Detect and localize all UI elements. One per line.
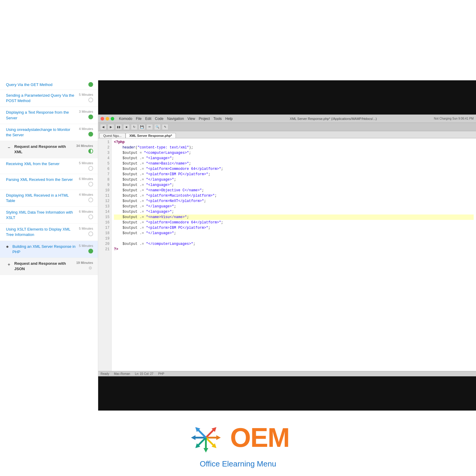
sidebar-item-building-xml[interactable]: ● Building an XML Server Response in PHP…	[0, 241, 98, 258]
maximize-button[interactable]	[111, 117, 114, 120]
sidebar-item-right: 6 Minutes	[79, 177, 93, 187]
toolbar-btn-8[interactable]: 🔍	[154, 124, 161, 130]
logo-container: OEM Office Elearning Menu	[187, 418, 289, 469]
toolbar-btn-1[interactable]: ◀	[100, 124, 107, 130]
toggle-plus-icon[interactable]: +	[6, 262, 12, 267]
code-line-4: $output .= "<language>";	[114, 156, 474, 161]
sidebar-item-right: 5 Minutes	[79, 161, 93, 171]
brand-text-container: OEM	[230, 424, 289, 451]
line-num-10: 10	[98, 188, 111, 193]
sidebar-item-sending-post[interactable]: Sending a Parameterized Query Via the PO…	[0, 90, 98, 107]
toolbar-btn-2[interactable]: ▶	[108, 124, 114, 130]
status-icon-green	[88, 115, 93, 119]
line-num-11: 11	[98, 193, 111, 198]
sidebar-item-label: Displaying XML Received in a HTML Table	[6, 193, 76, 203]
status-icon-empty	[88, 98, 93, 102]
sidebar-item-left: Receiving XML from the Server	[6, 161, 76, 167]
sidebar-item-label: Receiving XML from the Server	[6, 161, 76, 167]
sidebar-item-label: Using onreadystatechange to Monitor the …	[6, 127, 76, 138]
toolbar-btn-3[interactable]: ▮▮	[115, 124, 122, 130]
titlebar: Komodo File Edit Code Navigation View Pr…	[98, 115, 476, 123]
tab-bar: Quest Ngu... XML Server Response.php*	[98, 131, 476, 138]
sidebar-item-label: Sending a Parameterized Query Via the PO…	[6, 93, 76, 104]
code-line-6: $output .= "<platform>Commodore 64</plat…	[114, 166, 474, 172]
sidebar-item-displaying-xml-table[interactable]: Displaying XML Received in a HTML Table …	[0, 190, 98, 207]
sidebar-item-label: Displaying a Text Response from the Serv…	[6, 110, 76, 120]
code-line-14: $output .= "<language>";	[114, 209, 474, 214]
brand-subtitle: Office Elearning Menu	[200, 459, 276, 469]
line-num-15: 15	[98, 214, 111, 220]
code-line-3: $output = "<computerLanguages>";	[114, 150, 474, 156]
status-icon-green	[88, 249, 93, 253]
menu-code[interactable]: Code	[155, 117, 164, 121]
sidebar-item-using-xslt[interactable]: Using XSLT Elements to Display XML Tree …	[0, 224, 98, 241]
dot-icon: ●	[6, 244, 9, 249]
duration-label: 5 Minutes	[79, 161, 93, 165]
menu-navigation[interactable]: Navigation	[167, 117, 184, 121]
tab-quest[interactable]: Quest Ngu...	[99, 133, 126, 138]
status-icon-half	[88, 149, 93, 154]
code-line-18: $output .= "</language>";	[114, 231, 474, 236]
sidebar-item-label: Using XSLT Elements to Display XML Tree …	[6, 227, 76, 237]
sidebar-item-displaying-text[interactable]: Displaying a Text Response from the Serv…	[0, 107, 98, 124]
sidebar-item-parsing-xml[interactable]: Parsing XML Received from the Server 6 M…	[0, 174, 98, 190]
sidebar-item-onreadystate[interactable]: Using onreadystatechange to Monitor the …	[0, 124, 98, 141]
menu-project[interactable]: Project	[199, 117, 210, 121]
line-num-1: 1	[98, 140, 111, 145]
menu-help[interactable]: Help	[225, 117, 233, 121]
sidebar-item-left: Displaying a Text Response from the Serv…	[6, 110, 76, 120]
menu-file[interactable]: File	[136, 117, 142, 121]
toolbar-btn-7[interactable]: ✏	[146, 124, 153, 130]
gear-icon: ⚙	[88, 266, 93, 270]
menu-tools[interactable]: Tools	[213, 117, 222, 121]
code-line-1: <?php	[114, 140, 474, 145]
line-num-7: 7	[98, 172, 111, 177]
sidebar-item-right: 5 Minutes	[79, 244, 93, 253]
sidebar-item-right: 4 Minutes	[79, 193, 93, 202]
tab-xml-server[interactable]: XML Server Response.php*	[126, 133, 176, 138]
duration-label: 5 Minutes	[79, 227, 93, 230]
menu-komodo[interactable]: Komodo	[119, 117, 132, 121]
sidebar-item-request-json[interactable]: + Request and Response with JSON 19 Minu…	[0, 258, 98, 275]
titlebar-buttons	[101, 117, 114, 120]
line-num-12: 12	[98, 198, 111, 204]
main-content: Komodo File Edit Code Navigation View Pr…	[98, 80, 476, 411]
minimize-button[interactable]	[106, 117, 109, 120]
toolbar-btn-9[interactable]: ✎	[162, 124, 168, 130]
sidebar-item-styling-xml[interactable]: Styling XML Data Tree Information with X…	[0, 207, 98, 224]
status-icon-empty	[88, 214, 93, 219]
code-editor[interactable]: <?php header("content-type: text/xml"); …	[112, 138, 476, 371]
sidebar-item-left: − Request and Response with XML	[6, 144, 74, 155]
code-line-11: $output .= "<platform>Macintosh</platfor…	[114, 193, 474, 198]
line-num-17: 17	[98, 225, 111, 231]
code-line-9: $output .= "<language>";	[114, 182, 474, 188]
brand-name: OEM	[230, 424, 289, 451]
sidebar-item-receiving-xml[interactable]: Receiving XML from the Server 5 Minutes	[0, 158, 98, 174]
sidebar-item-label: Request and Response with JSON	[14, 261, 74, 272]
sidebar-item-left: Using XSLT Elements to Display XML Tree …	[6, 227, 76, 237]
code-line-2: header("content-type: text/xml");	[114, 145, 474, 150]
sidebar-item-right: 4 Minutes	[79, 127, 93, 137]
toolbar-btn-4[interactable]: ■	[123, 124, 130, 130]
sidebar-item-request-xml[interactable]: − Request and Response with XML 34 Minut…	[0, 141, 98, 158]
sidebar-item-left: Sending a Parameterized Query Via the PO…	[6, 93, 76, 104]
line-num-16: 16	[98, 220, 111, 225]
sidebar-item-right: 34 Minutes	[76, 144, 93, 154]
sidebar-item-right: 3 Minutes	[79, 110, 93, 119]
sidebar-item-left: Styling XML Data Tree Information with X…	[6, 210, 76, 220]
toolbar: ◀ ▶ ▮▮ ■ ↻ 💾 ✏ 🔍 ✎	[98, 123, 476, 131]
code-line-16: $output .= "<platform>Commodore 64</plat…	[114, 220, 474, 225]
duration-label: 5 Minutes	[79, 93, 93, 96]
duration-label: 3 Minutes	[79, 110, 93, 113]
toolbar-btn-5[interactable]: ↻	[131, 124, 137, 130]
menu-view[interactable]: View	[187, 117, 195, 121]
menu-edit[interactable]: Edit	[145, 117, 151, 121]
sidebar-item-left: Displaying XML Received in a HTML Table	[6, 193, 76, 203]
close-button[interactable]	[101, 117, 104, 120]
toggle-minus-icon[interactable]: −	[6, 145, 12, 151]
content-row: Query Via the GET Method Sending a Param…	[0, 80, 476, 411]
status-icon-green	[88, 132, 93, 137]
sidebar-item-query-get[interactable]: Query Via the GET Method	[0, 80, 98, 90]
line-num-14: 14	[98, 209, 111, 214]
toolbar-btn-6[interactable]: 💾	[139, 124, 145, 130]
